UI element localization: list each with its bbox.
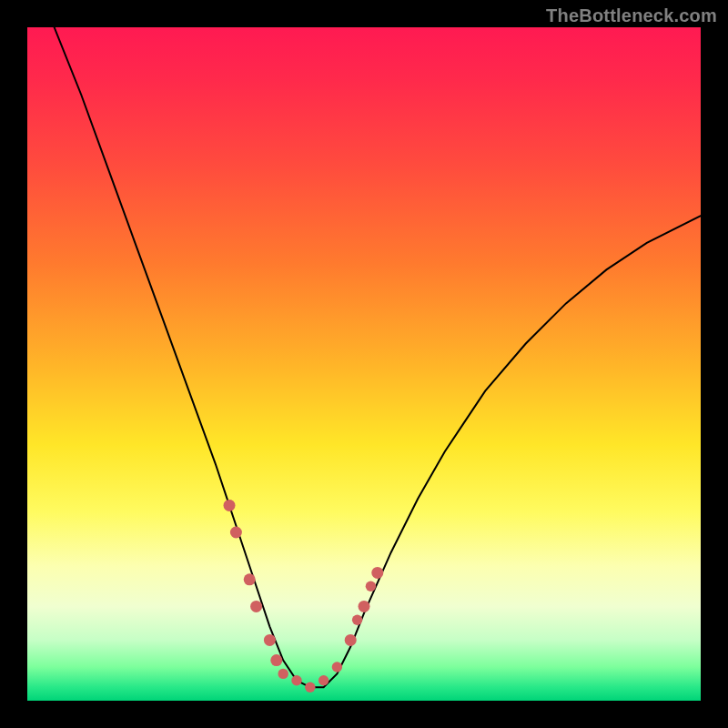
marker-dot <box>291 675 301 685</box>
marker-dot <box>366 581 376 592</box>
marker-dot <box>250 601 262 612</box>
marker-dot <box>352 615 362 625</box>
watermark-text: TheBottleneck.com <box>546 5 717 26</box>
marker-dot <box>230 527 242 539</box>
marker-dot <box>332 662 342 672</box>
marker-dot <box>264 634 276 646</box>
marker-dot <box>278 669 288 679</box>
marker-dot <box>224 500 236 511</box>
highlighted-points <box>224 500 384 693</box>
marker-dot <box>371 567 383 579</box>
marker-dot <box>244 573 256 585</box>
chart-frame: TheBottleneck.com <box>0 0 728 728</box>
marker-dot <box>359 601 370 612</box>
bottleneck-curve <box>55 27 701 687</box>
marker-dot <box>270 654 282 666</box>
marker-dot <box>305 682 315 693</box>
marker-dot <box>345 634 357 646</box>
chart-svg <box>27 27 701 701</box>
plot-area <box>27 27 701 701</box>
marker-dot <box>318 675 329 685</box>
